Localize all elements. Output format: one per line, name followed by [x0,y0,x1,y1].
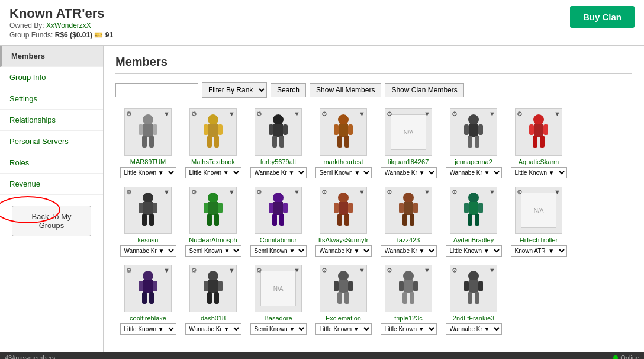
member-name[interactable]: tazz423 [397,236,420,243]
gear-icon[interactable]: ⚙ [517,188,523,196]
member-name[interactable]: AydenBradley [453,236,494,243]
member-name[interactable]: kesusu [138,236,159,243]
arrow-icon[interactable]: ▼ [489,188,495,195]
buy-clan-button[interactable]: Buy Clan [570,6,635,28]
top-bar: Known ATR'ers Owned By: XxWonderzxX Grou… [0,0,644,46]
member-name[interactable]: dash018 [201,315,226,322]
sidebar-item-personal-servers[interactable]: Personal Servers [0,131,103,152]
arrow-icon[interactable]: ▼ [554,110,561,117]
member-name[interactable]: coolfireblake [130,315,166,322]
gear-icon[interactable]: ⚙ [321,267,327,274]
sidebar-item-revenue[interactable]: Revenue [0,174,103,195]
member-rank-select[interactable]: Little Known ▼ Wannabe Kr ▼ Semi Known ▼… [185,167,242,178]
members-grid: ⚙ ▼ MAR89TUM Little Known ▼ Wannabe Kr ▼… [115,108,632,343]
member-name[interactable]: triple123c [394,315,423,322]
member-name[interactable]: Exclemation [326,315,361,322]
member-rank-select[interactable]: Little Known ▼ Wannabe Kr ▼ Semi Known ▼… [381,167,437,178]
member-rank-select[interactable]: Little Known ▼ Wannabe Kr ▼ Semi Known ▼… [315,167,372,178]
member-rank-select[interactable]: Little Known ▼ Wannabe Kr ▼ Semi Known ▼… [185,245,242,257]
member-name[interactable]: 2ndLtFrankie3 [453,315,494,322]
gear-icon[interactable]: ⚙ [256,188,262,196]
gear-icon[interactable]: ⚙ [126,110,132,118]
arrow-icon[interactable]: ▼ [294,110,300,117]
sidebar-item-group-info[interactable]: Group Info [0,67,103,88]
sidebar-item-settings[interactable]: Settings [0,88,103,110]
member-name[interactable]: NuclearAtmosph [189,236,237,243]
arrow-icon[interactable]: ▼ [424,267,430,274]
gear-icon[interactable]: ⚙ [517,110,523,118]
gear-icon[interactable]: ⚙ [387,267,392,274]
member-rank-select[interactable]: Little Known ▼ Wannabe Kr ▼ Semi Known ▼… [120,167,176,178]
arrow-icon[interactable]: ▼ [554,188,561,195]
gear-icon[interactable]: ⚙ [256,110,262,118]
member-rank-select[interactable]: Little Known ▼ Wannabe Kr ▼ Semi Known ▼… [120,323,176,335]
member-rank-select[interactable]: Little Known ▼ Wannabe Kr ▼ Semi Known ▼… [446,167,502,178]
member-name[interactable]: MathsTextbook [191,158,235,165]
avatar-figure [397,271,420,306]
member-name[interactable]: lilquan184267 [388,158,429,165]
arrow-icon[interactable]: ▼ [294,188,300,195]
arrow-icon[interactable]: ▼ [424,110,430,117]
gear-icon[interactable]: ⚙ [126,267,132,274]
member-rank-select[interactable]: Little Known ▼ Wannabe Kr ▼ Semi Known ▼… [381,245,437,257]
arrow-icon[interactable]: ▼ [228,267,235,274]
member-name[interactable]: furby5679alt [260,158,297,165]
arrow-icon[interactable]: ▼ [424,188,430,195]
arrow-icon[interactable]: ▼ [163,188,170,195]
gear-icon[interactable]: ⚙ [452,110,458,118]
gear-icon[interactable]: ⚙ [191,188,197,196]
gear-icon[interactable]: ⚙ [321,110,327,118]
gear-icon[interactable]: ⚙ [452,267,458,274]
arrow-icon[interactable]: ▼ [489,267,495,274]
member-rank-select[interactable]: Little Known ▼ Wannabe Kr ▼ Semi Known ▼… [250,323,307,335]
gear-icon[interactable]: ⚙ [191,267,197,274]
member-rank-select[interactable]: Little Known ▼ Wannabe Kr ▼ Semi Known ▼… [315,245,372,257]
member-rank-select[interactable]: Little Known ▼ Wannabe Kr ▼ Semi Known ▼… [315,323,372,335]
arrow-icon[interactable]: ▼ [359,110,365,117]
member-rank-select[interactable]: Little Known ▼ Wannabe Kr ▼ Semi Known ▼… [185,323,242,335]
show-clan-members-button[interactable]: Show Clan Members [385,83,463,97]
search-input[interactable] [115,83,198,97]
gear-icon[interactable]: ⚙ [126,188,132,196]
member-rank-select[interactable]: Little Known ▼ Wannabe Kr ▼ Semi Known ▼… [381,323,437,335]
member-rank-select[interactable]: Little Known ▼ Wannabe Kr ▼ Semi Known ▼… [250,245,307,257]
search-button[interactable]: Search [271,83,306,97]
gear-icon[interactable]: ⚙ [256,267,262,274]
member-rank-select[interactable]: Little Known ▼ Wannabe Kr ▼ Semi Known ▼… [511,245,567,257]
arrow-icon[interactable]: ▼ [294,267,300,274]
arrow-icon[interactable]: ▼ [228,110,235,117]
show-all-members-button[interactable]: Show All Members [310,83,381,97]
member-name[interactable]: ItsAlwaysSunnyIr [318,236,368,243]
member-name[interactable]: HiTechTroller [520,236,558,243]
sidebar-item-roles[interactable]: Roles [0,152,103,174]
avatar-figure [462,271,485,306]
member-rank-select[interactable]: Little Known ▼ Wannabe Kr ▼ Semi Known ▼… [511,167,567,178]
member-name[interactable]: AquaticSkarm [519,158,559,165]
member-rank-select[interactable]: Little Known ▼ Wannabe Kr ▼ Semi Known ▼… [446,245,502,257]
gear-icon[interactable]: ⚙ [191,110,197,118]
member-name[interactable]: jennapenna2 [455,158,492,165]
member-name[interactable]: MAR89TUM [130,158,166,165]
arrow-icon[interactable]: ▼ [163,110,170,117]
member-name[interactable]: marktheartest [323,158,363,165]
arrow-icon[interactable]: ▼ [359,267,365,274]
member-rank-select[interactable]: Little Known ▼ Wannabe Kr ▼ Semi Known ▼… [250,167,307,178]
arrow-icon[interactable]: ▼ [359,188,365,195]
member-name[interactable]: Comitabimur [260,236,297,243]
gear-icon[interactable]: ⚙ [321,188,327,196]
arrow-icon[interactable]: ▼ [228,188,235,195]
rank-filter-select[interactable]: Filter By Rank Little Known Wannabe Kr S… [202,82,267,98]
sidebar-item-relationships[interactable]: Relationships [0,110,103,131]
avatar-box: ⚙ ▼ [320,187,367,234]
back-to-groups-button[interactable]: Back To My Groups [12,206,91,236]
gear-icon[interactable]: ⚙ [387,188,392,196]
sidebar-item-members[interactable]: Members [0,46,103,67]
gear-icon[interactable]: ⚙ [452,188,458,196]
member-rank-select[interactable]: Little Known ▼ Wannabe Kr ▼ Semi Known ▼… [120,245,176,257]
owner-link[interactable]: XxWonderzxX [46,21,91,30]
gear-icon[interactable]: ⚙ [387,110,392,118]
arrow-icon[interactable]: ▼ [163,267,170,274]
member-name[interactable]: Basadore [264,315,292,322]
arrow-icon[interactable]: ▼ [489,110,495,117]
member-rank-select[interactable]: Little Known ▼ Wannabe Kr ▼ Semi Known ▼… [446,323,502,335]
